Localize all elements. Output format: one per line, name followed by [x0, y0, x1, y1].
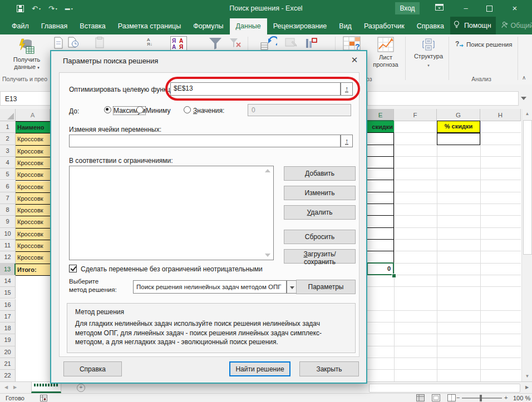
- row-header-20[interactable]: 20: [0, 346, 16, 358]
- non-negative-label[interactable]: Сделать переменные без ограничений неотр…: [81, 265, 263, 273]
- ribbon-tab-Рецензирование[interactable]: Рецензирование: [267, 18, 333, 34]
- row-header-5[interactable]: 5: [0, 168, 16, 180]
- constraints-listbox[interactable]: [69, 166, 274, 260]
- row-header-4[interactable]: 4: [0, 157, 16, 168]
- ribbon-tab-Вид[interactable]: Вид: [333, 18, 358, 34]
- row-header-3[interactable]: 3: [0, 145, 16, 157]
- row-header-14[interactable]: 14: [0, 275, 16, 287]
- row-header-9[interactable]: 9: [0, 216, 16, 227]
- maximize-button[interactable]: [480, 0, 499, 17]
- cell-a3[interactable]: Кроссовк: [16, 146, 50, 157]
- minimize-button[interactable]: –: [456, 0, 475, 17]
- ribbon-tab-Разработчик[interactable]: Разработчик: [358, 18, 411, 34]
- cell-a9[interactable]: Кроссовк: [16, 216, 50, 228]
- consolidate-icon[interactable]: [305, 37, 317, 51]
- cell-a2[interactable]: Кроссовк: [16, 133, 50, 145]
- sign-in-button[interactable]: Вход: [395, 2, 420, 14]
- column-header-h[interactable]: H: [480, 109, 521, 121]
- cell-g2[interactable]: [437, 133, 480, 145]
- options-button[interactable]: Параметры: [296, 280, 356, 294]
- cell-a8[interactable]: Кроссовк: [16, 205, 50, 216]
- add-button[interactable]: Добавить: [284, 166, 356, 181]
- change-button[interactable]: Изменить: [284, 186, 356, 200]
- page-break-view-icon[interactable]: [447, 394, 456, 401]
- queries-connections-icon[interactable]: [95, 37, 106, 51]
- cell-a12[interactable]: Кроссовк: [16, 252, 50, 264]
- row-header-16[interactable]: 16: [0, 299, 16, 311]
- delete-button[interactable]: Удалить: [284, 205, 356, 220]
- row-header-18[interactable]: 18: [0, 322, 16, 334]
- formula-bar-expand-icon[interactable]: [521, 97, 526, 100]
- dialog-close-icon[interactable]: ✕: [347, 53, 362, 67]
- clear-filter-icon[interactable]: [229, 38, 242, 51]
- range-picker-button-2[interactable]: ↑: [341, 135, 353, 147]
- zoom-slider-thumb[interactable]: [480, 395, 482, 401]
- close-button[interactable]: Закрыть: [299, 361, 359, 376]
- active-sheet-tab[interactable]: [31, 382, 61, 393]
- row-header-2[interactable]: 2: [0, 133, 16, 145]
- share-button[interactable]: Общий доступ: [496, 17, 532, 34]
- value-of-input[interactable]: 0: [248, 104, 351, 116]
- vertical-scrollbar[interactable]: ▲ ▼: [521, 109, 532, 381]
- cell-a4[interactable]: Кроссовк: [16, 157, 50, 169]
- structure-button[interactable]: Структура ▾: [411, 38, 446, 69]
- sort-az-icon[interactable]: АЯ↓: [147, 38, 152, 47]
- cell-a11[interactable]: Кроссовк: [16, 240, 50, 252]
- vertical-scrollbar-thumb[interactable]: [523, 120, 532, 255]
- column-header-e[interactable]: E: [367, 109, 394, 121]
- scroll-up-icon[interactable]: ▲: [522, 109, 532, 119]
- listbox-scroll-up-icon[interactable]: [265, 169, 270, 172]
- cell-a13[interactable]: Итого:: [16, 264, 50, 276]
- fill-handle[interactable]: [392, 274, 396, 278]
- scroll-right-icon[interactable]: ▶: [525, 385, 529, 390]
- next-sheet-icon[interactable]: ▶: [13, 385, 17, 390]
- properties-icon[interactable]: [285, 38, 297, 51]
- cell-a6[interactable]: Кроссовк: [16, 181, 50, 193]
- prev-sheet-icon[interactable]: ◀: [4, 385, 8, 390]
- row-header-1[interactable]: 1: [0, 121, 16, 133]
- zoom-slider-track[interactable]: [462, 398, 502, 399]
- column-header-f[interactable]: F: [394, 109, 437, 121]
- row-header-19[interactable]: 19: [0, 334, 16, 346]
- row-header-10[interactable]: 10: [0, 228, 16, 240]
- reset-button[interactable]: Сбросить: [284, 230, 356, 244]
- macro-record-icon[interactable]: [40, 395, 47, 402]
- variables-input[interactable]: [69, 135, 341, 147]
- cell-a5[interactable]: Кроссовк: [16, 169, 50, 181]
- new-sheet-icon[interactable]: +: [77, 384, 85, 392]
- row-header-21[interactable]: 21: [0, 358, 16, 370]
- ribbon-tab-Формулы[interactable]: Формулы: [187, 18, 229, 34]
- close-window-button[interactable]: ×: [505, 0, 524, 17]
- scroll-down-icon[interactable]: ▼: [522, 371, 532, 381]
- ribbon-tab-Справка[interactable]: Справка: [411, 18, 450, 34]
- column-header-g[interactable]: G: [437, 109, 480, 121]
- cell-g1[interactable]: % скидки: [437, 121, 480, 133]
- tab-tell-me[interactable]: Помощн: [450, 17, 496, 34]
- row-header-8[interactable]: 8: [0, 204, 16, 216]
- ribbon-tab-Вставка[interactable]: Вставка: [73, 18, 111, 34]
- cell-a1[interactable]: Наимено: [16, 122, 50, 133]
- cell-a10[interactable]: Кроссовк: [16, 229, 50, 240]
- horizontal-scrollbar-thumb[interactable]: [369, 384, 520, 393]
- ribbon-display-options-icon[interactable]: [430, 0, 449, 17]
- row-header-11[interactable]: 11: [0, 240, 16, 251]
- solver-button[interactable]: ? Поиск решения: [455, 40, 512, 49]
- listbox-scroll-down-icon[interactable]: [265, 254, 270, 257]
- column-header-a[interactable]: A: [16, 109, 50, 121]
- radio-max[interactable]: [104, 106, 111, 113]
- cell-e1[interactable]: скидки: [367, 121, 394, 132]
- row-header-15[interactable]: 15: [0, 287, 16, 299]
- row-header-13[interactable]: 13: [0, 264, 16, 275]
- row-header-7[interactable]: 7: [0, 192, 16, 204]
- ribbon-tab-Главная[interactable]: Главная: [35, 18, 74, 34]
- from-text-csv-icon[interactable]: [53, 37, 63, 51]
- name-box[interactable]: E13: [0, 91, 53, 106]
- load-save-button[interactable]: Загрузить/сохранить: [284, 249, 356, 264]
- row-header-22[interactable]: 22: [0, 370, 16, 381]
- ribbon-tab-Данные[interactable]: Данные: [230, 18, 267, 34]
- method-select[interactable]: Поиск решения нелинейных задач методом О…: [133, 280, 287, 294]
- ribbon-tab-Файл[interactable]: Файл: [6, 18, 35, 34]
- radio-min[interactable]: [136, 106, 144, 113]
- cell-e13-selected[interactable]: 0: [367, 262, 394, 275]
- formula-input[interactable]: [367, 91, 519, 106]
